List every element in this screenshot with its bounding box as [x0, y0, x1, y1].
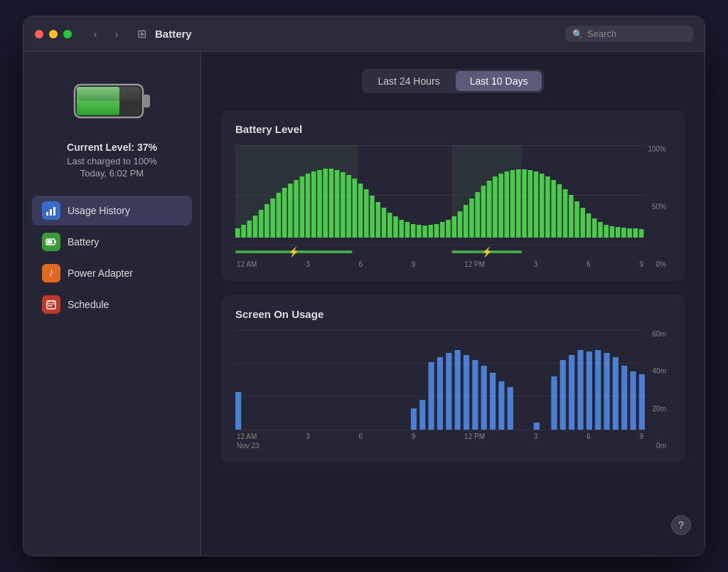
svg-rect-13	[47, 301, 55, 309]
main-window: ‹ › ⊞ Battery 🔍	[23, 16, 705, 556]
svg-rect-98	[429, 362, 434, 430]
svg-rect-1	[143, 95, 150, 107]
svg-rect-58	[451, 216, 456, 238]
svg-rect-71	[528, 170, 532, 238]
sidebar-item-battery[interactable]: Battery	[32, 227, 192, 257]
svg-rect-22	[241, 225, 246, 238]
svg-rect-54	[429, 225, 434, 238]
svg-rect-74	[545, 176, 550, 238]
battery-chart-wrapper: ⚡ ⚡ 12 AM 3 6 9 12 PM	[235, 145, 670, 268]
apps-grid-icon[interactable]: ⊞	[137, 27, 146, 41]
svg-rect-29	[282, 188, 287, 238]
svg-rect-113	[587, 351, 592, 430]
battery-level-text: Current Level: 37%	[67, 142, 157, 153]
back-button[interactable]: ‹	[86, 27, 105, 41]
svg-rect-32	[300, 176, 305, 238]
svg-rect-86	[616, 227, 621, 238]
svg-rect-57	[446, 220, 451, 238]
x-label-6am: 6	[358, 260, 363, 268]
svg-rect-45	[375, 202, 380, 238]
svg-rect-60	[464, 205, 469, 238]
svg-rect-27	[270, 198, 275, 238]
usage-history-icon	[42, 201, 60, 220]
maximize-button[interactable]	[63, 30, 72, 38]
y-label-0: 0%	[656, 260, 666, 268]
svg-rect-52	[417, 225, 422, 238]
svg-rect-56	[440, 222, 445, 238]
svg-rect-35	[317, 170, 322, 238]
svg-rect-114	[595, 350, 601, 430]
svg-rect-7	[50, 209, 52, 216]
battery-chart-title: Battery Level	[235, 123, 670, 135]
svg-rect-47	[387, 213, 392, 238]
svg-rect-23	[247, 221, 252, 238]
help-button[interactable]: ?	[671, 515, 691, 535]
svg-rect-102	[464, 355, 469, 430]
svg-rect-24	[253, 216, 258, 238]
search-icon: 🔍	[572, 29, 583, 39]
svg-rect-88	[627, 228, 632, 238]
svg-rect-105	[490, 373, 496, 430]
svg-rect-51	[411, 224, 416, 238]
tab-last-24h[interactable]: Last 24 Hours	[364, 71, 454, 91]
screen-y-labels: 60m 40m 20m 0m	[645, 330, 670, 450]
svg-rect-83	[598, 222, 603, 238]
close-button[interactable]	[35, 30, 43, 38]
battery-bars-area	[235, 145, 645, 245]
svg-rect-21	[235, 228, 240, 238]
svg-rect-36	[323, 169, 328, 238]
svg-rect-62	[475, 192, 480, 238]
battery-icon	[73, 80, 151, 122]
svg-rect-39	[341, 172, 346, 238]
x-label-3pm: 3	[534, 260, 538, 268]
sidebar-item-power-adapter[interactable]: Power Adapter	[32, 258, 192, 288]
svg-rect-110	[560, 360, 566, 430]
svg-rect-41	[353, 179, 358, 238]
x-label-3am: 3	[306, 260, 310, 268]
forward-button[interactable]: ›	[107, 27, 126, 41]
tab-last-10d[interactable]: Last 10 Days	[456, 71, 542, 91]
svg-rect-109	[551, 376, 557, 430]
minimize-button[interactable]	[49, 30, 58, 38]
sx-label-6pm: 6	[587, 433, 591, 440]
power-adapter-label: Power Adapter	[68, 268, 133, 279]
x-label-9pm: 9	[639, 260, 643, 268]
svg-rect-34	[311, 171, 316, 238]
y-label-50: 50%	[652, 203, 666, 211]
svg-rect-89	[633, 228, 638, 238]
sx-label-3: 3	[306, 433, 310, 440]
search-input[interactable]	[587, 28, 687, 39]
battery-level-section: Battery Level	[221, 110, 685, 281]
sidebar-item-usage-history[interactable]: Usage History	[32, 196, 192, 226]
sidebar-item-schedule[interactable]: Schedule	[32, 290, 192, 319]
svg-rect-100	[446, 353, 451, 430]
svg-rect-5	[77, 87, 141, 101]
svg-rect-95	[235, 392, 241, 430]
svg-rect-96	[411, 408, 417, 430]
svg-rect-50	[405, 222, 410, 238]
x-label-6pm: 6	[587, 260, 591, 268]
svg-rect-81	[587, 213, 592, 238]
window-title: Battery	[155, 28, 557, 40]
svg-rect-40	[346, 175, 351, 238]
screen-chart-wrapper: 12 AM 3 6 9 12 PM 3 6 9 Nov 23 60m	[235, 330, 670, 450]
svg-rect-64	[487, 181, 492, 238]
svg-rect-119	[639, 374, 645, 430]
svg-rect-73	[540, 174, 545, 238]
svg-rect-26	[264, 204, 269, 238]
battery-time: Today, 6:02 PM	[67, 168, 157, 179]
svg-rect-75	[551, 180, 556, 238]
svg-rect-116	[613, 357, 619, 430]
svg-rect-99	[437, 357, 443, 430]
svg-rect-63	[481, 186, 486, 238]
svg-rect-108	[534, 423, 540, 430]
x-label-12pm: 12 PM	[464, 260, 485, 268]
svg-rect-42	[358, 184, 363, 238]
svg-rect-85	[610, 226, 615, 238]
svg-rect-49	[399, 220, 404, 238]
sx-label-9: 9	[412, 433, 416, 440]
svg-rect-38	[335, 170, 340, 238]
svg-rect-59	[458, 211, 463, 238]
sidebar-nav: Usage History Battery Power Adapter	[23, 196, 200, 321]
svg-rect-65	[493, 176, 498, 238]
